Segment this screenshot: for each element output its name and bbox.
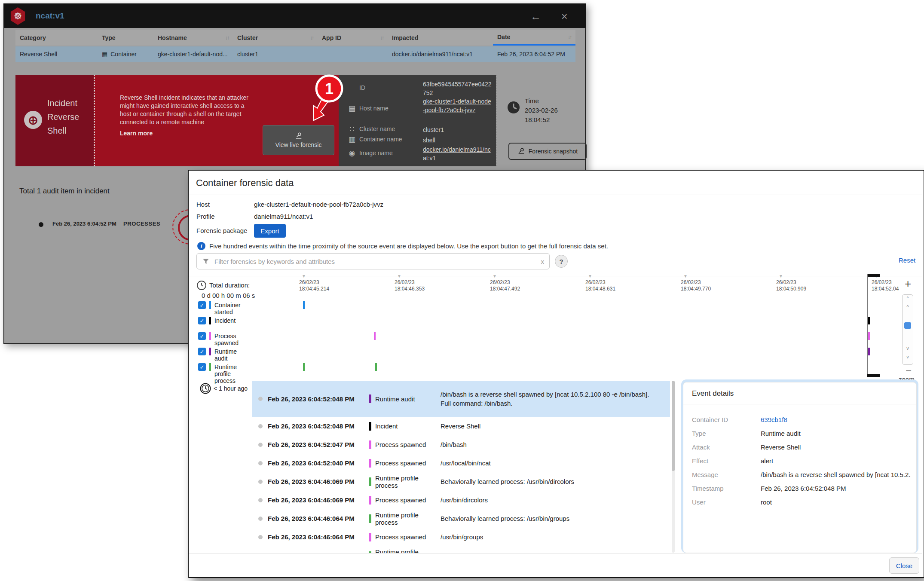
column-header-date[interactable]: Date↓↑ (493, 30, 575, 46)
event-message: /usr/bin/dircolors (441, 495, 658, 505)
host-name-label: Host name (359, 105, 389, 112)
event-time: Feb 26, 2023 6:04:46:069 PM (268, 478, 369, 485)
table-cell[interactable] (318, 46, 388, 62)
container-type-icon: ▦ (102, 51, 107, 58)
event-time: Feb 26, 2023 6:04:52:047 PM (268, 441, 369, 448)
forensic-snapshot-label: Forensic snapshot (529, 148, 578, 155)
host-name-value[interactable]: gke-cluster1-default-node-pool-fb72a0cb-… (423, 97, 493, 114)
sort-icon[interactable]: ↓↑ (310, 35, 313, 41)
event-time: Feb 26, 2023 6:04:52:048 PM (268, 422, 369, 430)
id-value: 63fbe5945455747ee0422752 (423, 80, 493, 97)
sort-icon[interactable]: ↓↑ (225, 35, 229, 41)
divider (189, 553, 922, 553)
event-message: Behaviorally learned process: /usr/bin/d… (441, 477, 658, 486)
event-type: Process spawned (375, 533, 441, 541)
detail-label: Container ID (692, 416, 728, 423)
event-message: Reverse Shell (441, 422, 658, 431)
column-header-cluster[interactable]: Cluster↓↑ (233, 30, 318, 46)
event-dot-icon (258, 443, 263, 447)
column-label: Type (102, 34, 116, 41)
event-type: Runtime profile process (375, 548, 441, 553)
incident-description: Reverse Shell incident indicates that an… (120, 94, 256, 126)
event-row[interactable]: Feb 26, 2023 6:04:52:048 PMRuntime audit… (252, 381, 670, 417)
event-row[interactable]: Feb 26, 2023 6:04:46:069 PMRuntime profi… (252, 472, 670, 491)
detail-value-type: Runtime audit (761, 430, 911, 437)
column-label: Category (20, 34, 46, 41)
event-details-panel: Event details Container ID639cb1f8TypeRu… (683, 382, 917, 553)
detail-value-timestamp: Feb 26, 2023 6:04:52:048 PM (761, 485, 911, 492)
event-type: Process spawned (375, 441, 441, 448)
detail-value-attack: Reverse Shell (761, 443, 911, 451)
event-dot-icon (258, 498, 263, 502)
audit-item-bullet (39, 222, 43, 227)
column-label: App ID (322, 34, 341, 41)
close-window-icon[interactable]: × (561, 10, 568, 23)
table-cell[interactable]: Feb 26, 2023 6:04:52 PM (493, 46, 575, 62)
table-cell[interactable]: gke-cluster1-default-nod... (153, 46, 233, 62)
table-cell[interactable]: ▦Container (98, 46, 153, 62)
container-name-value[interactable]: shell (423, 136, 493, 144)
event-row[interactable]: Feb 26, 2023 6:04:52:040 PMProcess spawn… (252, 454, 670, 472)
detail-label: Type (692, 430, 706, 437)
scrollbar-thumb[interactable] (672, 381, 675, 471)
event-list-scrollbar[interactable] (672, 381, 675, 553)
event-row[interactable]: Feb 26, 2023 6:04:46:069 PMProcess spawn… (252, 491, 670, 509)
incident-time-panel: Time 2023-02-26 18:04:52 Forensic snapsh… (496, 75, 575, 166)
learn-more-link[interactable]: Learn more (120, 130, 153, 137)
incident-banner-left: ⊕ Incident Reverse Shell (15, 75, 94, 166)
sort-icon[interactable]: ↓↑ (380, 35, 383, 41)
column-header-hostname[interactable]: Hostname↓↑ (153, 30, 233, 46)
event-type: Incident (375, 422, 441, 430)
container-forensic-modal: Container forensic data Host gke-cluster… (188, 170, 924, 578)
table-cell[interactable]: cluster1 (233, 46, 318, 62)
clock-icon (507, 101, 520, 114)
event-type: Process spawned (375, 459, 441, 467)
event-type-chip (369, 422, 371, 431)
event-message: /bin/bash is a reverse shell spawned by … (441, 390, 658, 408)
forensic-snapshot-button[interactable]: Forensic snapshot (508, 143, 587, 160)
time-date: 2023-02-26 (525, 107, 558, 114)
divider (683, 404, 916, 404)
detail-label: Attack (692, 443, 710, 451)
sort-icon[interactable]: ↓↑ (568, 34, 571, 40)
event-row[interactable]: Feb 26, 2023 6:04:52:048 PMIncidentRever… (252, 417, 670, 435)
annotation-badge-number: 1 (325, 80, 333, 98)
column-label: Impacted (392, 34, 418, 41)
event-type-chip (369, 459, 371, 468)
event-time: Feb 26, 2023 6:04:52:040 PM (268, 459, 369, 467)
annotation-badge-1: 1 (301, 70, 355, 130)
image-name-value[interactable]: docker.io/danielma911/ncat:v1 (423, 145, 493, 162)
event-dot-icon (258, 461, 263, 465)
view-live-forensic-label: View live forensic (275, 141, 322, 148)
incident-name-line2: Shell (47, 126, 66, 136)
back-arrow-icon[interactable]: ← (530, 10, 541, 23)
table-cell[interactable]: docker.io/danielma911/ncat:v1 (388, 46, 493, 62)
microscope-icon (517, 147, 525, 155)
event-row[interactable]: Feb 26, 2023 6:04:46:064 PMProcess spawn… (252, 528, 670, 546)
cell-text: gke-cluster1-default-nod... (158, 51, 228, 58)
column-header-category[interactable]: Category (15, 30, 98, 46)
event-row[interactable]: Feb 26, 2023 6:04:46:058 PMRuntime profi… (252, 546, 670, 553)
event-row[interactable]: Feb 26, 2023 6:04:46:064 PMRuntime profi… (252, 509, 670, 528)
column-header-impacted[interactable]: Impacted (388, 30, 493, 46)
audit-item-category[interactable]: PROCESSES (123, 220, 160, 227)
table-cell[interactable]: Reverse Shell (15, 46, 98, 62)
incident-label: Incident (47, 98, 77, 108)
column-header-app-id[interactable]: App ID↓↑ (318, 30, 388, 46)
event-time: Feb 26, 2023 6:04:46:064 PM (268, 515, 369, 522)
cell-text: docker.io/danielma911/ncat:v1 (392, 51, 473, 58)
audit-item-date: Feb 26, 2023 6:04:52 PM (52, 220, 116, 227)
event-type: Runtime audit (375, 395, 441, 403)
column-header-type[interactable]: Type (98, 30, 153, 46)
close-button[interactable]: Close (889, 557, 919, 574)
cell-text: Reverse Shell (20, 51, 57, 58)
event-dot-icon (258, 424, 263, 428)
event-message: /usr/bin/groups (441, 532, 658, 541)
detail-value-container-id[interactable]: 639cb1f8 (761, 416, 911, 423)
event-row[interactable]: Feb 26, 2023 6:04:52:047 PMProcess spawn… (252, 435, 670, 454)
incident-target-icon: ⊕ (24, 111, 42, 129)
microscope-icon (295, 132, 303, 140)
detail-label: Timestamp (692, 485, 724, 492)
event-dot-icon (258, 535, 263, 539)
id-label: ID (359, 84, 365, 91)
